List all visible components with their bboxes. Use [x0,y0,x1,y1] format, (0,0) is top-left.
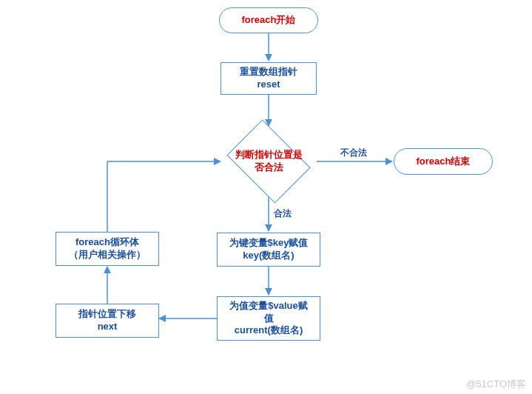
key-node: 为键变量$key赋值 key(数组名) [217,233,320,267]
edge-illegal-label: 不合法 [340,147,367,159]
decision-label: 判断指针位置是 否合法 [235,149,303,174]
watermark: @51CTO博客 [466,378,526,391]
next-label-2: next [98,321,118,333]
loop-label-1: foreach循环体 [75,236,139,249]
value-label-2: 值 [264,313,274,325]
value-label-1: 为值变量$value赋 [229,300,307,313]
loop-label-2: （用户相关操作） [69,249,146,261]
reset-node: 重置数组指针 reset [220,62,317,95]
key-label-2: key(数组名) [243,250,294,262]
decision-label-1: 判断指针位置是 [235,149,303,160]
next-label-1: 指针位置下移 [78,308,136,321]
start-label: foreach开始 [242,14,296,27]
value-node: 为值变量$value赋 值 current(数组名) [217,296,320,341]
edge-legal-label: 合法 [274,207,292,220]
reset-label-1: 重置数组指针 [240,66,297,79]
end-node: foreach结束 [394,148,493,175]
value-label-3: current(数组名) [235,324,303,337]
decision-label-2: 否合法 [255,161,283,173]
end-label: foreach结束 [417,156,471,168]
decision-node: 判断指针位置是 否合法 [220,126,317,197]
loop-node: foreach循环体 （用户相关操作） [55,232,159,266]
start-node: foreach开始 [219,7,318,33]
key-label-1: 为键变量$key赋值 [229,237,309,250]
next-node: 指针位置下移 next [55,304,159,338]
reset-label-2: reset [257,79,280,91]
